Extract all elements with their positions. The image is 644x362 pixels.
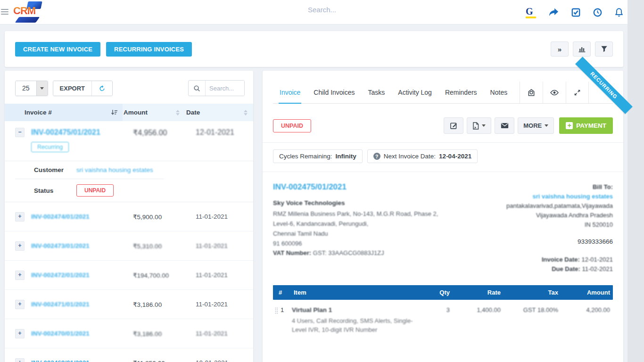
- add-payment-button[interactable]: + PAYMENT: [559, 117, 613, 134]
- tab-tasks[interactable]: Tasks: [362, 82, 392, 103]
- logo-text: CRM: [13, 5, 35, 17]
- expand-row-button[interactable]: +: [15, 358, 25, 362]
- column-invoice[interactable]: Invoice #: [5, 104, 123, 121]
- expand-row-button[interactable]: +: [15, 212, 25, 222]
- invoice-link[interactable]: INV-002470/01/2021: [31, 330, 133, 337]
- refresh-button[interactable]: [91, 81, 112, 96]
- send-email-button[interactable]: [495, 117, 514, 134]
- mail-status-icon[interactable]: [520, 82, 543, 103]
- amount-cell: ₹5,900.00: [133, 213, 196, 221]
- status-row: Status UNPAID: [5, 179, 253, 202]
- divider: [263, 142, 623, 143]
- invoice-dates: Invoice Date: 12-01-2021 Due Date: 11-02…: [506, 255, 613, 274]
- col-qty: Qty: [421, 289, 453, 296]
- pdf-download-button[interactable]: [467, 117, 491, 134]
- clock-icon[interactable]: [593, 8, 602, 17]
- invoice-list-panel: 25 EXPORT Invoice # Amount Da: [5, 71, 253, 362]
- toolbar-card: CREATE NEW INVOICE RECURRING INVOICES »: [5, 31, 623, 67]
- invoice-number-heading: INV-002475/01/2021: [273, 182, 463, 192]
- drag-handle-icon[interactable]: [275, 307, 278, 314]
- table-row[interactable]: + INV-002470/01/2021 ₹3,186.00 11-01-202…: [5, 319, 253, 348]
- table-row[interactable]: + INV-002469/01/2021 ₹11,850.00 10-01-20…: [5, 348, 253, 362]
- tab-invoice[interactable]: Invoice: [273, 82, 307, 103]
- invoice-link[interactable]: INV-002474/01/2021: [31, 213, 133, 220]
- more-button[interactable]: MORE: [518, 117, 554, 134]
- question-icon[interactable]: ?: [373, 153, 380, 160]
- table-row[interactable]: + INV-002472/01/2021 ₹194,700.00 11-01-2…: [5, 261, 253, 290]
- invoice-link[interactable]: INV-002469/01/2021: [31, 359, 133, 362]
- bill-to-customer-link[interactable]: sri vaishna housing estates: [506, 192, 613, 201]
- date-cell: 11-01-2021: [196, 330, 253, 337]
- date-cell: 10-01-2021: [196, 359, 253, 362]
- tab-child-invoices[interactable]: Child Invoices: [307, 82, 361, 103]
- invoice-status-badge: UNPAID: [273, 119, 311, 132]
- table-row[interactable]: + INV-002474/01/2021 ₹5,900.00 11-01-202…: [5, 202, 253, 231]
- col-amount: Amount: [561, 289, 613, 296]
- items-table: # Item Qty Rate Tax Amount 1 Virtual Pla…: [273, 285, 613, 339]
- amount-cell: ₹4,956.00: [133, 128, 196, 137]
- customer-link[interactable]: sri vaishna housing estates: [76, 166, 153, 173]
- col-item: Item: [292, 289, 421, 296]
- column-amount[interactable]: Amount: [123, 104, 185, 121]
- filter-button[interactable]: [595, 41, 613, 57]
- tab-activity-log[interactable]: Activity Log: [391, 82, 438, 103]
- expand-row-button[interactable]: +: [15, 271, 25, 280]
- bill-to-address-line: pantakalavarivad,patamata,Vijayawada: [506, 201, 613, 211]
- export-button[interactable]: EXPORT: [53, 81, 91, 96]
- logo-tablet: [15, 17, 40, 23]
- item-rate: 1,400.00: [453, 306, 504, 334]
- expand-row-button[interactable]: +: [15, 241, 25, 251]
- recurring-badge: Recurring: [31, 142, 69, 152]
- edit-invoice-button[interactable]: [444, 117, 463, 134]
- google-icon[interactable]: G: [526, 6, 536, 18]
- date-cell: 11-01-2021: [196, 213, 253, 220]
- tab-reminders[interactable]: Reminders: [438, 82, 484, 103]
- collapse-row-button[interactable]: −: [15, 128, 25, 137]
- date-cell: 11-01-2021: [196, 272, 253, 279]
- sort-icon: [176, 110, 180, 115]
- bill-to-address-line: Vijayawada Andhra Pradesh: [506, 211, 613, 220]
- page-size-select[interactable]: 25: [15, 81, 48, 96]
- hamburger-menu-icon[interactable]: [1, 9, 8, 16]
- bill-to-label: Bill To:: [506, 182, 613, 192]
- expand-row-button[interactable]: +: [15, 300, 25, 309]
- item-amount: 4,200.00: [561, 306, 613, 334]
- column-date[interactable]: Date: [185, 104, 253, 121]
- global-search-input[interactable]: [270, 6, 374, 14]
- plus-icon: +: [566, 122, 573, 129]
- tasks-check-icon[interactable]: [571, 8, 580, 17]
- company-address-line: Chennai Tamil Nadu: [273, 229, 463, 239]
- item-row: 1 Virtual Plan 1 4 Users, Call Recording…: [273, 300, 613, 339]
- tab-notes[interactable]: Notes: [484, 82, 514, 103]
- list-header: Invoice # Amount Date: [5, 104, 253, 121]
- invoice-link[interactable]: INV-002471/01/2021: [31, 301, 133, 308]
- invoice-link[interactable]: INV-002472/01/2021: [31, 272, 133, 279]
- sort-desc-icon: [111, 109, 118, 116]
- col-rate: Rate: [453, 289, 504, 296]
- right-gutter: [627, 0, 644, 362]
- vat-number: VAT Number: GST: 33AAGCG0883J1ZJ: [273, 249, 463, 256]
- collapse-panel-button[interactable]: »: [551, 41, 569, 57]
- notifications-bell-icon[interactable]: [615, 8, 623, 17]
- company-address-line: Level-6, Kandancavadi, Perungudi,: [273, 219, 463, 229]
- share-icon[interactable]: [549, 8, 559, 16]
- amount-cell: ₹11,850.00: [133, 359, 196, 362]
- customer-row: Customer sri vaishna housing estates: [5, 161, 253, 179]
- search-icon: [189, 81, 206, 96]
- recurring-invoices-button[interactable]: RECURRING INVOICES: [106, 42, 192, 57]
- chart-stats-button[interactable]: [573, 41, 591, 57]
- item-qty: 3: [421, 306, 453, 334]
- table-row[interactable]: + INV-002473/01/2021 ₹5,310.00 11-01-202…: [5, 231, 253, 261]
- invoice-link[interactable]: INV-002473/01/2021: [31, 242, 133, 249]
- expand-row-button[interactable]: +: [15, 329, 25, 338]
- crm-logo[interactable]: CRM: [13, 1, 42, 24]
- list-search-input[interactable]: [206, 81, 244, 96]
- preview-eye-icon[interactable]: [543, 82, 566, 103]
- expand-fullscreen-icon[interactable]: [566, 82, 589, 103]
- create-new-invoice-button[interactable]: CREATE NEW INVOICE: [15, 42, 100, 57]
- date-cell: 11-01-2021: [196, 242, 253, 249]
- table-row[interactable]: + INV-002471/01/2021 ₹3,186.00 11-01-202…: [5, 290, 253, 319]
- company-address-line: RMZ Millenia Business Park, No-143, M.G.…: [273, 209, 463, 219]
- divider: [263, 172, 623, 172]
- invoice-link[interactable]: INV-002475/01/2021: [31, 128, 133, 137]
